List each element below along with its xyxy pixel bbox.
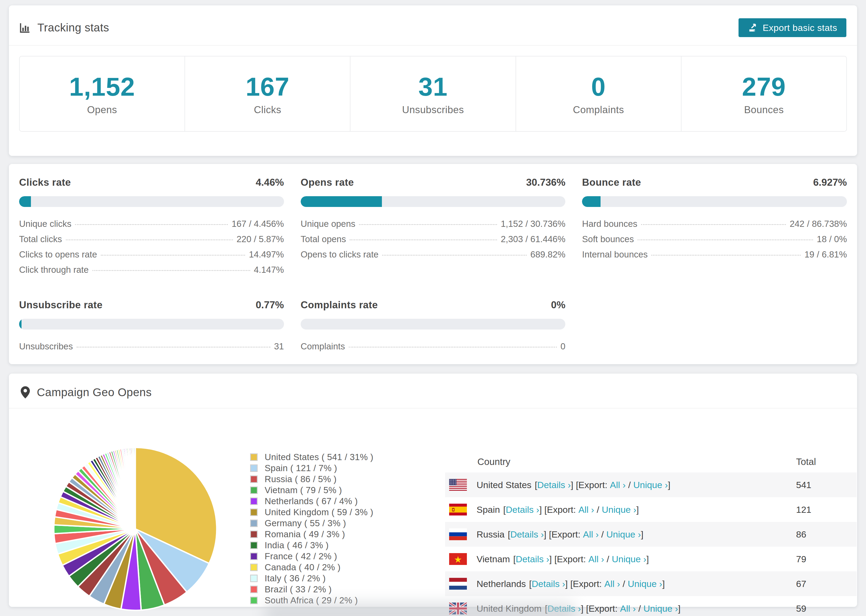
total-cell: 121 — [796, 504, 857, 515]
rate-detail-row: Total opens2,303 / 61.446% — [301, 234, 565, 250]
legend-item: France ( 42 / 2% ) — [250, 551, 373, 562]
bracket: ] — [662, 579, 664, 589]
geo-content: United States ( 541 / 31% )Spain ( 121 /… — [9, 409, 857, 597]
stat-bounces: 279Bounces — [682, 57, 846, 131]
export-button-label: Export basic stats — [763, 23, 837, 33]
total-cell: 79 — [796, 554, 857, 564]
rate-detail-value: 689.82% — [531, 250, 565, 259]
dotted-leader — [77, 347, 270, 347]
rate-detail-value: 220 / 5.87% — [237, 234, 284, 244]
rate-detail-value: 4.147% — [254, 265, 284, 275]
bracket: ] [Export: — [565, 579, 605, 589]
stat-label: Clicks — [254, 104, 281, 116]
stat-label: Bounces — [744, 104, 784, 116]
details-link[interactable]: Details › — [505, 504, 539, 515]
flag-ru-icon — [449, 528, 477, 540]
table-row: Vietnam[Details ›] [Export: All › / Uniq… — [445, 547, 857, 571]
stat-label: Complaints — [573, 104, 624, 116]
rate-title-row: Clicks rate4.46% — [19, 177, 284, 188]
stat-value: 279 — [742, 72, 786, 102]
legend-item: Vietnam ( 79 / 5% ) — [250, 485, 373, 496]
legend-label: Romania ( 49 / 3% ) — [265, 529, 345, 539]
export-unique-link[interactable]: Unique › — [602, 504, 636, 515]
geo-pie-chart — [49, 443, 221, 615]
bracket: [ — [508, 529, 510, 540]
rate-detail-row: Complaints0 — [301, 341, 565, 357]
rate-detail-value: 0 — [561, 341, 565, 352]
details-link[interactable]: Details › — [537, 480, 571, 490]
legend-item: United Kingdom ( 59 / 3% ) — [250, 507, 373, 518]
rate-value: 0.77% — [256, 299, 284, 311]
rate-detail-label: Total opens — [301, 234, 346, 244]
rate-title: Complaints rate — [301, 299, 378, 311]
export-all-link[interactable]: All › — [620, 603, 636, 614]
slash: / — [625, 480, 633, 490]
dotted-leader — [66, 239, 233, 240]
bracket: ] [Export: — [581, 603, 620, 614]
rate-block-complaints-rate: Complaints rate0%Complaints0 — [301, 299, 565, 357]
rate-detail-value: 31 — [274, 341, 284, 352]
export-unique-link[interactable]: Unique › — [643, 603, 678, 614]
bracket: ] [Export: — [549, 554, 589, 564]
progress-bar-fill — [19, 319, 22, 330]
dotted-leader — [350, 239, 497, 240]
export-all-link[interactable]: All › — [589, 554, 604, 564]
stats-summary-row: 1,152Opens167Clicks31Unsubscribes0Compla… — [19, 56, 847, 132]
rate-detail-label: Soft bounces — [582, 234, 634, 244]
rate-detail-row: Opens to clicks rate689.82% — [301, 250, 565, 265]
legend-item: Spain ( 121 / 7% ) — [250, 462, 373, 473]
details-link[interactable]: Details › — [510, 529, 544, 540]
stat-unsubscribes: 31Unsubscribes — [350, 57, 516, 131]
legend-swatch — [250, 564, 258, 571]
progress-bar-track — [301, 319, 565, 330]
export-unique-link[interactable]: Unique › — [633, 480, 668, 490]
export-basic-stats-button[interactable]: Export basic stats — [738, 18, 846, 37]
legend-swatch — [250, 475, 258, 483]
rate-detail-row: Unique opens1,152 / 30.736% — [301, 219, 565, 234]
export-all-link[interactable]: All › — [578, 504, 594, 515]
legend-swatch — [250, 575, 258, 582]
rate-detail-value: 19 / 6.81% — [805, 250, 847, 259]
legend-item: Russia ( 86 / 5% ) — [250, 473, 373, 485]
rate-value: 30.736% — [526, 177, 565, 188]
table-row: United States[Details ›] [Export: All › … — [445, 473, 857, 497]
progress-bar-track — [582, 196, 847, 207]
page-title: Tracking stats — [38, 21, 109, 34]
stat-value: 0 — [591, 72, 606, 102]
export-all-link[interactable]: All › — [583, 529, 599, 540]
legend-swatch — [250, 520, 258, 527]
country-name: Netherlands — [477, 579, 526, 589]
legend-item: Germany ( 55 / 3% ) — [250, 518, 373, 529]
table-row: Netherlands[Details ›] [Export: All › / … — [445, 571, 857, 596]
export-unique-link[interactable]: Unique › — [628, 579, 663, 589]
total-column-header: Total — [796, 456, 857, 467]
bracket: ] — [668, 480, 670, 490]
total-cell: 59 — [796, 603, 857, 614]
slash: / — [604, 554, 612, 564]
details-link[interactable]: Details › — [516, 554, 550, 564]
rate-value: 4.46% — [256, 177, 284, 188]
legend-swatch — [250, 531, 258, 538]
export-unique-link[interactable]: Unique › — [612, 554, 647, 564]
legend-swatch — [250, 464, 258, 472]
dotted-leader — [641, 224, 786, 225]
country-cell: United States[Details ›] [Export: All › … — [445, 479, 796, 491]
stat-value: 31 — [419, 72, 448, 102]
rate-detail-row: Internal bounces19 / 6.81% — [582, 250, 847, 265]
export-unique-link[interactable]: Unique › — [606, 529, 641, 540]
rate-detail-row: Unsubscribes31 — [19, 341, 284, 357]
country-name: Vietnam — [477, 554, 510, 564]
map-pin-icon — [21, 386, 30, 399]
legend-item: Canada ( 40 / 2% ) — [250, 562, 373, 573]
bottom-page-blur — [265, 603, 574, 616]
progress-bar-track — [301, 196, 565, 207]
details-link[interactable]: Details › — [532, 579, 565, 589]
stat-opens: 1,152Opens — [20, 57, 185, 131]
export-all-link[interactable]: All › — [604, 579, 620, 589]
legend-item: United States ( 541 / 31% ) — [250, 451, 373, 462]
stat-value: 167 — [246, 72, 290, 102]
legend-label: France ( 42 / 2% ) — [265, 551, 337, 561]
stat-value: 1,152 — [69, 72, 135, 102]
rate-title-row: Unsubscribe rate0.77% — [19, 299, 284, 311]
export-all-link[interactable]: All › — [610, 480, 626, 490]
